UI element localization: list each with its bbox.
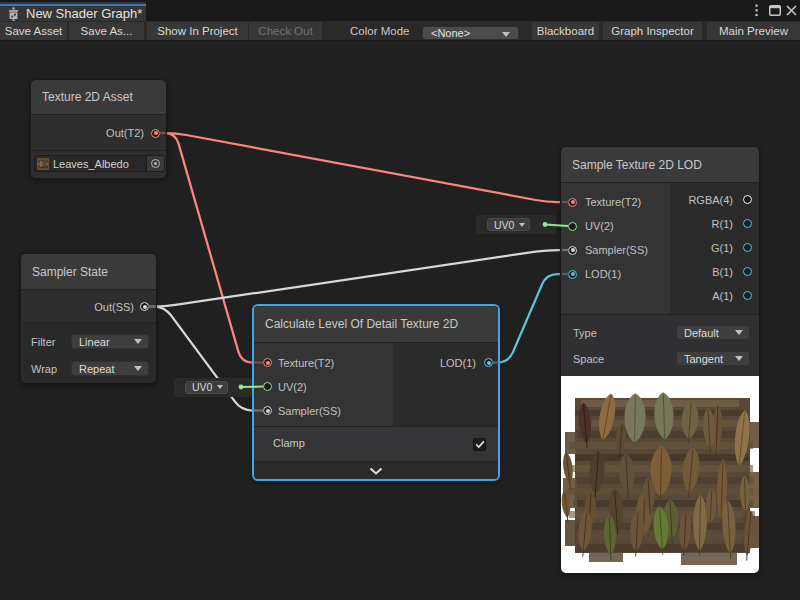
filter-dropdown[interactable]: Linear [71, 334, 149, 349]
window-close-button[interactable] [783, 0, 799, 21]
chevron-down-icon [519, 223, 525, 227]
port-lod-1[interactable] [568, 270, 577, 279]
document-tab[interactable]: New Shader Graph* [0, 0, 146, 21]
uv-channel-value: UV0 [192, 381, 212, 393]
check-out-button: Check Out [249, 22, 322, 40]
blackboard-button[interactable]: Blackboard [532, 22, 599, 40]
space-value: Tangent [684, 353, 723, 365]
uv-channel-dropdown[interactable]: UV0 [487, 218, 530, 231]
port-row: Sampler(SS) [561, 238, 670, 262]
port-row: B(1) [670, 260, 759, 284]
chevron-down-icon [502, 32, 510, 37]
node-sampler-state[interactable]: Sampler State Out(SS) Filter Linear Wrap… [20, 253, 157, 384]
clamp-checkbox[interactable] [473, 438, 486, 451]
show-in-project-button[interactable]: Show In Project [147, 22, 248, 40]
chevron-down-icon [735, 330, 743, 335]
space-dropdown[interactable]: Tangent [676, 351, 750, 366]
port-row: Out(SS) [21, 290, 156, 323]
title-bar: New Shader Graph* [0, 0, 800, 21]
port-uv-2[interactable] [263, 382, 272, 391]
input-ports-column: Texture(T2) UV(2) Sampler(SS) LOD(1) [561, 183, 670, 314]
collapse-strip[interactable] [254, 461, 498, 480]
port-row: R(1) [670, 212, 759, 236]
node-title[interactable]: Sampler State [21, 254, 156, 290]
port-label: Out(T2) [106, 127, 144, 139]
port-row: Sampler(SS) [254, 399, 393, 423]
node-controls-section: Filter Linear Wrap Repeat [21, 323, 156, 384]
port-label: UV(2) [278, 381, 307, 393]
type-value: Default [684, 327, 719, 339]
graph-canvas[interactable]: Texture 2D Asset Out(T2) [0, 41, 800, 600]
node-texture-2d-asset[interactable]: Texture 2D Asset Out(T2) [30, 79, 167, 179]
port-uv-2[interactable] [568, 222, 577, 231]
port-row: A(1) [670, 284, 759, 308]
uv-default-widget: UV0 [174, 378, 252, 397]
chevron-down-icon [217, 385, 223, 389]
filter-value: Linear [79, 336, 110, 348]
port-row: Out(T2) [31, 115, 166, 151]
edge-n1-out-to-n3-texture [156, 133, 268, 363]
node-sample-texture-2d-lod[interactable]: Sample Texture 2D LOD Texture(T2) UV(2) … [560, 146, 760, 574]
port-lod-1-out[interactable] [484, 358, 493, 367]
object-picker-button[interactable] [146, 156, 164, 171]
output-ports-column: LOD(1) [393, 343, 498, 426]
close-icon [786, 5, 797, 16]
port-label: Texture(T2) [585, 196, 641, 208]
chevron-down-icon [369, 467, 383, 475]
port-g-1[interactable] [743, 243, 752, 252]
node-output-section: Out(SS) [21, 290, 156, 323]
uv-channel-dropdown[interactable]: UV0 [185, 381, 228, 394]
port-row: UV(2) [254, 375, 393, 399]
node-title[interactable]: Sample Texture 2D LOD [561, 147, 759, 183]
texture-object-field[interactable]: Leaves_Albedo [34, 155, 165, 172]
edge-n2-out-to-n4-sampler [145, 250, 573, 307]
port-sampler-ss[interactable] [263, 406, 272, 415]
type-dropdown[interactable]: Default [676, 325, 750, 340]
leaves-texture-preview [561, 376, 760, 574]
node-output-section: Out(T2) [31, 115, 166, 151]
maximize-icon [769, 5, 781, 16]
node-title[interactable]: Texture 2D Asset [31, 80, 166, 115]
save-asset-button[interactable]: Save Asset [0, 22, 67, 40]
wrap-label: Wrap [31, 363, 57, 375]
port-label: R(1) [712, 218, 733, 230]
port-label: G(1) [711, 242, 733, 254]
port-label: UV(2) [585, 220, 614, 232]
port-texture-t2[interactable] [568, 198, 577, 207]
wrap-dropdown[interactable]: Repeat [71, 361, 149, 376]
texture-object-name: Leaves_Albedo [53, 158, 146, 170]
port-a-1[interactable] [743, 291, 752, 300]
port-row: UV(2) [561, 214, 670, 238]
port-label: Sampler(SS) [585, 244, 648, 256]
port-label: Out(SS) [94, 301, 134, 313]
clamp-label: Clamp [273, 437, 305, 449]
object-picker-icon [151, 159, 160, 168]
space-label: Space [573, 353, 604, 365]
node-calculate-lod-texture-2d[interactable]: Calculate Level Of Detail Texture 2D Tex… [252, 304, 500, 481]
chevron-down-icon [134, 366, 142, 371]
color-mode-dropdown[interactable]: <None> [422, 26, 519, 40]
window-menu-button[interactable] [748, 0, 764, 21]
port-row: Texture(T2) [561, 190, 670, 214]
port-r-1[interactable] [743, 219, 752, 228]
clamp-row: Clamp [254, 426, 498, 461]
port-texture-t2[interactable] [263, 358, 272, 367]
node-title[interactable]: Calculate Level Of Detail Texture 2D [254, 306, 498, 343]
port-rgba-4[interactable] [743, 195, 752, 204]
graph-inspector-button[interactable]: Graph Inspector [603, 22, 702, 40]
port-b-1[interactable] [743, 267, 752, 276]
save-as-button[interactable]: Save As... [69, 22, 144, 40]
node-controls-section: Type Default Space Tangent [561, 314, 759, 376]
uv-default-widget: UV0 [476, 215, 556, 234]
port-sampler-ss[interactable] [568, 246, 577, 255]
window-maximize-button[interactable] [766, 0, 783, 21]
filter-label: Filter [31, 336, 55, 348]
kebab-menu-icon [755, 4, 758, 17]
chevron-down-icon [735, 356, 743, 361]
node-preview[interactable] [561, 376, 759, 574]
uv-channel-value: UV0 [494, 219, 514, 231]
port-out-ss[interactable] [140, 302, 149, 311]
port-out-t2[interactable] [151, 129, 160, 138]
port-row: Texture(T2) [254, 351, 393, 375]
main-preview-button[interactable]: Main Preview [707, 22, 800, 40]
